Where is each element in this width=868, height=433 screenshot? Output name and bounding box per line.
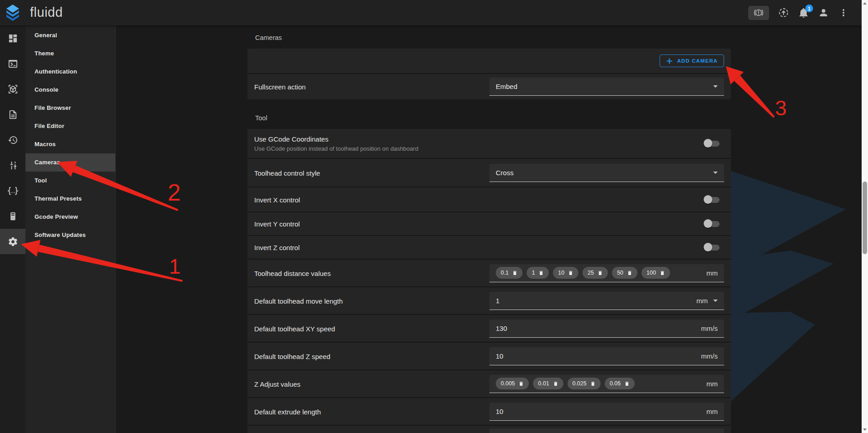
app-bar: fluidd 1 (0, 0, 862, 25)
add-camera-label: ADD CAMERA (677, 58, 718, 64)
notifications-button[interactable]: 1 (798, 7, 809, 18)
invert-y-label: Invert Y control (254, 220, 300, 228)
invert-z-toggle[interactable] (704, 243, 720, 252)
toolhead-control-style-row: Toolhead control style Cross (247, 159, 731, 187)
annotation-number-3: 3 (775, 96, 787, 120)
rail-history-icon[interactable] (0, 127, 25, 153)
overflow-menu-button[interactable] (838, 7, 849, 18)
z-adjust-chip[interactable]: 0.05 (605, 378, 635, 389)
chevron-down-icon[interactable] (713, 300, 718, 302)
default-move-length-label: Default toolhead move length (254, 297, 343, 305)
default-xy-speed-input[interactable]: 130 mm/s (489, 320, 724, 338)
default-z-speed-value: 10 (496, 352, 503, 360)
trash-icon[interactable] (512, 270, 518, 276)
use-gcode-coordinates-row: Use GCode Coordinates Use GCode position… (247, 129, 731, 158)
default-move-length-input[interactable]: 1 mm (489, 292, 724, 310)
distance-chip[interactable]: 50 (612, 267, 637, 279)
menu-item-general[interactable]: General (25, 26, 115, 44)
menu-item-authentication[interactable]: Authentication (25, 63, 115, 81)
fullscreen-action-row: Fullscreen action Embed (247, 74, 731, 99)
default-z-speed-row: Default toolhead Z speed 10 mm/s (247, 343, 731, 369)
fluidd-logo-icon[interactable] (5, 4, 20, 21)
trash-icon[interactable] (518, 381, 524, 387)
scrollbar[interactable] (862, 0, 868, 433)
rail-settings-icon[interactable] (0, 229, 25, 254)
settings-menu: General Theme Authentication Console Fil… (25, 25, 116, 433)
menu-item-file-editor[interactable]: File Editor (25, 117, 115, 135)
trash-icon[interactable] (624, 381, 630, 387)
distance-chip[interactable]: 10 (553, 267, 578, 279)
trash-icon[interactable] (590, 381, 596, 387)
menu-item-tool[interactable]: Tool (25, 172, 115, 190)
rail-tune-icon[interactable] (0, 153, 25, 178)
trash-icon[interactable] (553, 381, 558, 387)
fullscreen-action-select[interactable]: Embed (489, 78, 724, 96)
rail-gcode-preview-icon[interactable] (0, 76, 25, 102)
rail-dashboard-icon[interactable] (0, 25, 25, 51)
default-extrude-length-input[interactable]: 10 mm (489, 403, 724, 421)
emergency-stop-button[interactable] (748, 6, 769, 20)
tool-card: Use GCode Coordinates Use GCode position… (247, 129, 731, 433)
scrollbar-thumb[interactable] (863, 182, 867, 254)
update-arrow-icon (778, 7, 789, 18)
app-title: fluidd (30, 0, 63, 25)
annotation-number-1: 1 (169, 255, 181, 278)
z-adjust-values-field: 0.005 0.01 0.025 0.05 mm (489, 375, 724, 393)
toolhead-control-style-label: Toolhead control style (254, 169, 320, 177)
z-adjust-chip[interactable]: 0.005 (496, 378, 529, 389)
default-z-speed-input[interactable]: 10 mm/s (489, 347, 724, 365)
rail-jobs-icon[interactable] (0, 102, 25, 127)
update-status-button[interactable] (778, 7, 789, 18)
trash-icon[interactable] (660, 270, 665, 276)
default-move-length-row: Default toolhead move length 1 mm (247, 287, 731, 314)
add-camera-button[interactable]: ADD CAMERA (660, 54, 724, 67)
toolhead-distance-values-field: 0.1 1 10 25 50 100 mm (489, 264, 724, 282)
z-adjust-chip[interactable]: 0.025 (567, 378, 601, 389)
account-button[interactable] (818, 7, 829, 18)
trash-icon[interactable] (627, 270, 632, 276)
distance-chip[interactable]: 100 (641, 267, 670, 279)
kebab-menu-icon (838, 7, 849, 18)
menu-item-gcode-preview[interactable]: Gcode Preview (25, 208, 115, 226)
fullscreen-action-value: Embed (496, 83, 518, 90)
partial-next-field (489, 428, 724, 433)
default-extrude-length-value: 10 (496, 408, 503, 415)
tool-section-title: Tool (255, 114, 267, 122)
rail-system-icon[interactable] (0, 203, 25, 229)
distance-chip[interactable]: 25 (582, 267, 608, 279)
invert-z-label: Invert Z control (254, 244, 300, 251)
menu-item-macros[interactable]: Macros (25, 135, 115, 153)
invert-x-toggle[interactable] (704, 195, 720, 204)
distance-chip[interactable]: 0.1 (496, 267, 523, 279)
chevron-down-icon (713, 85, 718, 88)
default-move-length-value: 1 (496, 297, 499, 305)
invert-x-label: Invert X control (254, 196, 300, 203)
menu-item-software-updates[interactable]: Software Updates (25, 226, 115, 244)
menu-item-console[interactable]: Console (25, 81, 115, 99)
use-gcode-coordinates-subtitle: Use GCode position instead of toolhead p… (254, 145, 418, 152)
distance-chip[interactable]: 1 (527, 267, 549, 279)
invert-y-toggle[interactable] (704, 219, 720, 228)
z-adjust-chip[interactable]: 0.01 (533, 378, 563, 389)
trash-icon[interactable] (597, 270, 603, 276)
scroll-down-arrow-icon[interactable] (863, 428, 867, 431)
trash-icon[interactable] (538, 270, 544, 276)
use-gcode-coordinates-label: Use GCode Coordinates (254, 135, 418, 143)
trash-icon[interactable] (568, 270, 573, 276)
toolhead-control-style-select[interactable]: Cross (489, 164, 724, 182)
icon-rail (0, 25, 25, 433)
scroll-up-arrow-icon[interactable] (863, 2, 867, 5)
invert-z-row: Invert Z control (247, 236, 731, 259)
rail-console-icon[interactable] (0, 51, 25, 76)
menu-item-thermal-presets[interactable]: Thermal Presets (25, 190, 115, 208)
fullscreen-action-label: Fullscreen action (254, 83, 306, 91)
default-xy-speed-label: Default toolhead XY speed (254, 325, 335, 332)
menu-item-theme[interactable]: Theme (25, 44, 115, 63)
default-xy-speed-row: Default toolhead XY speed 130 mm/s (247, 315, 731, 342)
menu-item-cameras[interactable]: Cameras (25, 153, 115, 172)
menu-item-file-browser[interactable]: File Browser (25, 99, 115, 117)
rail-configure-icon[interactable] (0, 178, 25, 203)
use-gcode-coordinates-toggle[interactable] (704, 139, 720, 148)
toolhead-control-style-value: Cross (496, 169, 513, 177)
plus-icon (666, 58, 673, 64)
